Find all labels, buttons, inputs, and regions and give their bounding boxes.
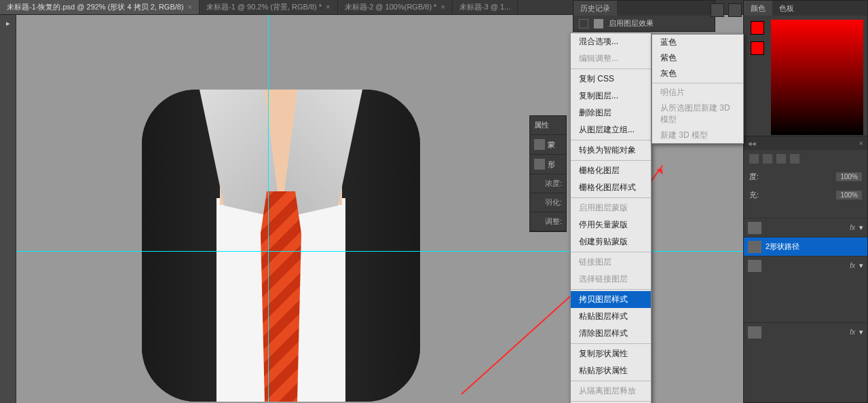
panel-icon[interactable]: [749, 154, 759, 164]
menu-item[interactable]: 停用矢量蒙版: [571, 216, 651, 233]
tie: [261, 191, 301, 402]
foreground-swatch[interactable]: [751, 21, 764, 35]
menu-item: 从隔离图层释放: [571, 383, 651, 400]
tab-color[interactable]: 颜色: [744, 1, 772, 16]
menu-separator: [571, 401, 651, 402]
submenu-item[interactable]: 灰色: [652, 66, 743, 81]
artwork-icon: [142, 90, 420, 402]
fx-icon[interactable]: fx: [850, 328, 855, 336]
submenu-item: 新建 3D 模型: [652, 128, 743, 143]
fx-icon[interactable]: fx: [850, 224, 855, 231]
menu-separator: [652, 83, 743, 83]
panel-mini-header: ◂◂ ×: [744, 136, 867, 150]
layer-row-selected[interactable]: 2形状路径: [744, 237, 867, 256]
shape-icon: [534, 159, 545, 170]
menu-item: 选择链接图层: [571, 271, 651, 288]
menu-item[interactable]: 复制 CSS: [571, 71, 651, 88]
shape-row[interactable]: 形: [530, 155, 566, 174]
tool-item[interactable]: ▸: [0, 15, 16, 31]
panel-title: 属性: [534, 120, 549, 130]
thumb-icon: [594, 19, 603, 28]
dock-icon[interactable]: [711, 3, 724, 17]
panel-icon[interactable]: [776, 154, 786, 164]
tab-label: 未标题-3 @ 1...: [459, 3, 510, 11]
chevron-down-icon[interactable]: ▾: [859, 223, 863, 232]
history-item[interactable]: 启用图层效果: [573, 16, 715, 31]
color-picker[interactable]: [771, 20, 863, 135]
tab-doc-2[interactable]: 未标题-1 @ 90.2% (背景, RGB/8) *×: [200, 0, 338, 14]
menu-item[interactable]: 复制图层...: [571, 88, 651, 104]
feather-label: 羽化:: [534, 197, 562, 208]
menu-separator: [571, 197, 651, 198]
mask-icon: [534, 139, 545, 150]
close-icon[interactable]: ×: [188, 3, 192, 11]
menu-item: 编辑调整...: [571, 50, 651, 67]
menu-item[interactable]: 栅格化图层: [571, 162, 651, 179]
tab-doc-4[interactable]: 未标题-3 @ 1...: [453, 0, 518, 14]
fill-value[interactable]: 100%: [836, 191, 862, 199]
tab-doc-1[interactable]: 未标题-1-恢复的.psd @ 292% (形状 4 拷贝 2, RGB/8)×: [0, 0, 200, 14]
checkbox-icon[interactable]: [579, 19, 588, 28]
close-icon[interactable]: ×: [326, 3, 330, 11]
submenu-item: 从所选图层新建 3D 模型: [652, 100, 743, 128]
layer-row[interactable]: fx▾: [744, 218, 867, 237]
tab-label: 未标题-2 @ 100%(RGB/8) *: [345, 3, 437, 11]
menu-item[interactable]: 粘贴形状属性: [571, 362, 651, 379]
menu-item[interactable]: 清除图层样式: [571, 325, 651, 342]
background-swatch[interactable]: [751, 41, 764, 55]
opacity-value[interactable]: 100%: [836, 172, 862, 181]
menu-item[interactable]: 栅格化图层样式: [571, 179, 651, 196]
menu-item[interactable]: 复制形状属性: [571, 345, 651, 362]
tab-history[interactable]: 历史记录: [573, 1, 617, 16]
submenu-item: 明信片: [652, 85, 743, 100]
layer-thumb-icon: [748, 326, 761, 339]
properties-panel: 属性 蒙 形 浓度: 羽化: 调整:: [529, 115, 567, 232]
context-submenu: 蓝色紫色灰色明信片从所选图层新建 3D 模型新建 3D 模型: [652, 34, 744, 144]
guide-vertical[interactable]: [268, 15, 269, 403]
layer-row[interactable]: fx▾: [744, 256, 867, 275]
menu-separator: [571, 140, 651, 140]
menu-item[interactable]: 粘贴图层样式: [571, 308, 651, 325]
submenu-item[interactable]: 蓝色: [652, 35, 743, 50]
fill-label: 充:: [749, 190, 759, 200]
history-label: 启用图层效果: [609, 18, 654, 28]
panel-icon[interactable]: [790, 154, 799, 164]
menu-item[interactable]: 从图层建立组...: [571, 121, 651, 138]
density-label: 浓度:: [534, 178, 562, 189]
panel-tab-properties[interactable]: 属性: [530, 116, 566, 135]
menu-separator: [571, 289, 651, 290]
mask-label: 蒙: [548, 140, 555, 150]
dock-icon[interactable]: [728, 3, 742, 17]
menu-item[interactable]: 拷贝图层样式: [571, 291, 651, 308]
chevron-down-icon[interactable]: ▾: [859, 328, 863, 337]
layer-name: 2形状路径: [766, 242, 799, 252]
chevron-down-icon[interactable]: ▾: [859, 261, 863, 270]
color-panel: 颜色 色板: [743, 0, 868, 142]
layer-thumb-icon: [748, 241, 761, 253]
history-panel: 历史记录 启用图层效果: [573, 0, 715, 32]
menu-separator: [571, 69, 651, 69]
menu-item[interactable]: 混合选项...: [571, 33, 651, 50]
tab-swatches[interactable]: 色板: [772, 1, 801, 16]
menu-item[interactable]: 删除图层: [571, 104, 651, 121]
mask-row[interactable]: 蒙: [530, 135, 566, 155]
tab-doc-3[interactable]: 未标题-2 @ 100%(RGB/8) *×: [338, 0, 453, 14]
menu-item[interactable]: 转换为智能对象: [571, 142, 651, 159]
layer-thumb-icon: [748, 222, 761, 234]
panel-icon[interactable]: [763, 154, 772, 164]
menu-item[interactable]: 创建剪贴蒙版: [571, 233, 651, 250]
collapse-icon[interactable]: ◂◂: [748, 139, 756, 148]
tab-label: 未标题-1-恢复的.psd @ 292% (形状 4 拷贝 2, RGB/8): [7, 3, 184, 11]
opacity-label: 度:: [749, 172, 759, 182]
guide-horizontal[interactable]: [16, 251, 868, 252]
close-icon[interactable]: ×: [859, 139, 863, 147]
layer-thumb-icon: [748, 260, 761, 272]
submenu-item[interactable]: 紫色: [652, 50, 743, 66]
menu-separator: [571, 381, 651, 381]
fx-icon[interactable]: fx: [850, 262, 855, 269]
icon-row: [744, 150, 867, 168]
close-icon[interactable]: ×: [440, 3, 445, 11]
layer-row[interactable]: fx▾: [744, 322, 867, 341]
shape-label: 形: [548, 159, 555, 170]
panel-dock-icons: [711, 3, 742, 17]
